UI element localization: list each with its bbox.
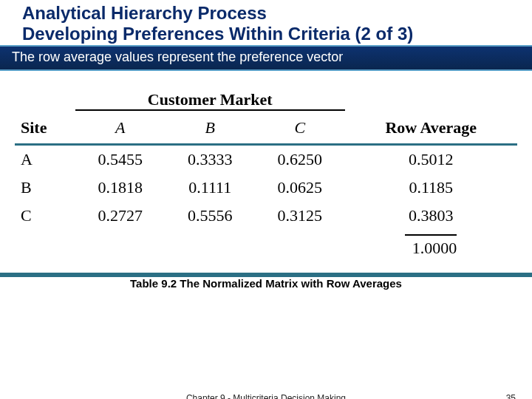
col-a: A: [75, 110, 166, 145]
cell-value: 0.6250: [255, 146, 345, 174]
col-site: Site: [15, 110, 75, 145]
col-rowavg: Row Average: [345, 110, 518, 145]
table-row: A 0.5455 0.3333 0.6250 0.5012: [15, 146, 517, 174]
table-row: C 0.2727 0.5556 0.3125 0.3803: [15, 202, 517, 230]
cell-site: C: [15, 202, 75, 230]
cell-value: 0.1111: [166, 174, 256, 202]
col-c: C: [255, 110, 345, 145]
cell-value: 0.2727: [75, 202, 166, 230]
cell-site: B: [15, 174, 75, 202]
footer-page-number: 35: [506, 393, 516, 399]
cell-value: 0.5556: [166, 202, 256, 230]
table-container: Customer Market Site A B C Row Average A…: [0, 71, 532, 270]
table-super-header: Customer Market: [15, 86, 517, 110]
table-header-row: Site A B C Row Average: [15, 110, 517, 145]
cell-value: 0.5455: [75, 146, 166, 174]
cell-value: 0.0625: [255, 174, 345, 202]
cell-value: 0.1818: [75, 174, 166, 202]
col-b: B: [166, 110, 256, 145]
cell-site: A: [15, 146, 75, 174]
cell-rowavg: 0.3803: [345, 202, 518, 230]
rowavg-total: 1.0000: [405, 234, 457, 258]
table-row: B 0.1818 0.1111 0.0625 0.1185: [15, 174, 517, 202]
subtitle-text: The row average values represent the pre…: [12, 50, 343, 64]
table-total-row: 1.0000: [15, 230, 517, 262]
normalized-matrix-table: Customer Market Site A B C Row Average A…: [15, 86, 517, 262]
cell-value: 0.3125: [255, 202, 345, 230]
title-line-2: Developing Preferences Within Criteria (…: [22, 24, 532, 44]
cell-rowavg: 0.5012: [345, 146, 518, 174]
cell-rowavg: 0.1185: [345, 174, 518, 202]
cell-value: 0.3333: [166, 146, 256, 174]
super-header-label: Customer Market: [75, 86, 345, 110]
slide-title-block: Analytical Hierarchy Process Developing …: [0, 0, 532, 45]
subtitle-band: The row average values represent the pre…: [0, 45, 532, 71]
footer-chapter: Chapter 9 - Multicriteria Decision Makin…: [0, 393, 532, 399]
title-line-1: Analytical Hierarchy Process: [22, 3, 532, 24]
table-caption: Table 9.2 The Normalized Matrix with Row…: [0, 277, 532, 290]
